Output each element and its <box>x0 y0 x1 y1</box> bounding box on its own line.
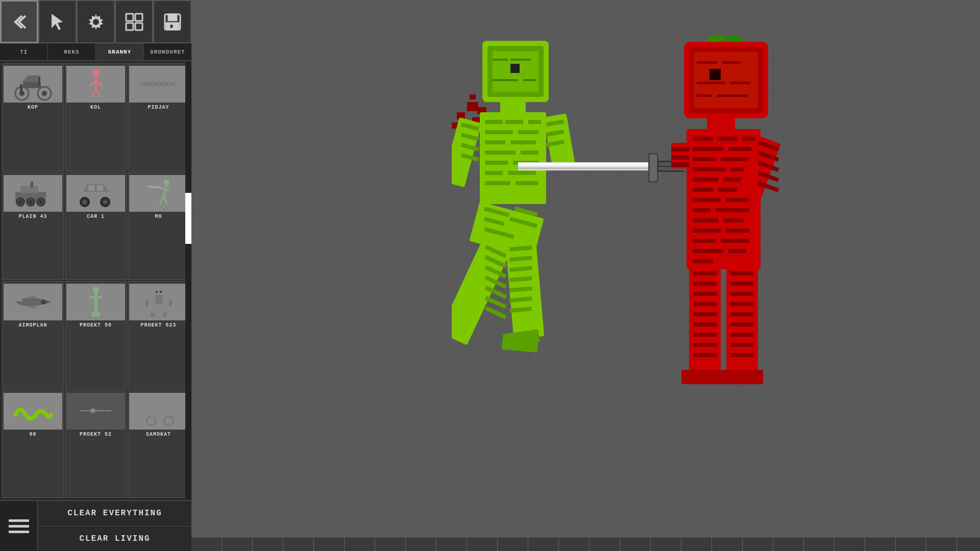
svg-rect-65 <box>92 311 94 317</box>
svg-rect-110 <box>500 101 526 114</box>
timeline-tick <box>375 538 406 551</box>
grid-item-90-thumb <box>4 393 62 430</box>
grid-item-proekt523[interactable]: PROEKT 523 <box>128 281 189 389</box>
bottom-buttons: CLEAR EVERYTHING CLEAR LIVING <box>0 500 191 551</box>
svg-rect-15 <box>23 82 41 88</box>
timeline-tick <box>498 538 528 551</box>
svg-rect-165 <box>650 155 657 181</box>
timeline-tick <box>406 538 436 551</box>
timeline[interactable] <box>191 537 980 551</box>
svg-marker-43 <box>83 184 109 192</box>
clear-buttons: CLEAR EVERYTHING CLEAR LIVING <box>38 501 191 551</box>
svg-rect-181 <box>717 94 748 97</box>
svg-rect-73 <box>169 300 172 306</box>
svg-rect-115 <box>485 130 513 134</box>
svg-rect-188 <box>728 147 751 151</box>
grid-item-proekt52[interactable]: PROEKT 52 <box>65 390 127 498</box>
timeline-tick <box>651 538 681 551</box>
svg-line-51 <box>164 186 166 196</box>
svg-rect-64 <box>90 296 102 298</box>
clear-living-button[interactable]: CLEAR LIVING <box>38 527 191 552</box>
grid-item-proekt523-label: PROEKT 523 <box>140 322 176 329</box>
grid-item-kop[interactable]: KOP <box>2 63 64 171</box>
svg-rect-200 <box>716 208 749 212</box>
grid-item-airoplan-thumb <box>4 284 62 320</box>
svg-rect-77 <box>163 313 167 317</box>
grid-item-90[interactable]: 90 <box>2 390 64 498</box>
svg-point-50 <box>163 180 169 186</box>
timeline-tick <box>345 538 375 551</box>
back-button[interactable] <box>0 0 38 43</box>
cursor-button[interactable] <box>38 0 77 43</box>
item-grid: KOP KOL <box>0 61 191 500</box>
grid-item-car1[interactable]: CAR 1 <box>65 172 127 281</box>
svg-rect-45 <box>97 185 103 191</box>
grid-item-samokat-label: SAMOKAT <box>146 431 171 438</box>
timeline-tick <box>559 538 590 551</box>
grid-item-mo[interactable]: MO <box>128 172 189 281</box>
tab-reks[interactable]: REKS <box>48 43 96 60</box>
svg-rect-109 <box>523 79 536 81</box>
svg-rect-66 <box>97 311 100 317</box>
svg-rect-186 <box>743 137 755 141</box>
left-panel: TI REKS GRANNY DRONDURET KOP <box>0 0 191 551</box>
svg-point-39 <box>19 201 22 204</box>
grid-item-proekt56[interactable]: PROEKT 56 <box>65 281 127 389</box>
grid-item-samokat[interactable]: SAMOKAT <box>128 390 189 498</box>
grid-scrollbar-thumb[interactable] <box>185 193 191 244</box>
svg-rect-190 <box>721 157 749 161</box>
grid-item-proekt52-thumb <box>66 393 125 430</box>
grid-item-car1-thumb <box>66 175 125 212</box>
main-area[interactable] <box>191 0 980 551</box>
timeline-tick <box>712 538 743 551</box>
svg-line-23 <box>91 89 96 97</box>
grid-item-proekt523-thumb <box>129 284 188 320</box>
svg-rect-189 <box>693 157 716 161</box>
tab-granny[interactable]: GRANNY <box>96 43 144 60</box>
svg-line-22 <box>96 81 102 86</box>
svg-rect-8 <box>168 14 177 20</box>
grid-item-airoplan[interactable]: AIROPLAN <box>2 281 64 389</box>
svg-rect-219 <box>693 249 723 253</box>
menu-line-1 <box>9 519 29 522</box>
svg-rect-236 <box>730 292 754 296</box>
svg-line-90 <box>158 408 164 409</box>
save-button[interactable] <box>153 0 191 43</box>
svg-rect-125 <box>485 181 510 185</box>
svg-rect-112 <box>485 120 503 124</box>
grid-item-kol[interactable]: KOL <box>65 63 127 171</box>
svg-rect-235 <box>730 282 754 286</box>
svg-rect-201 <box>693 218 718 222</box>
svg-marker-60 <box>26 306 36 309</box>
svg-point-14 <box>42 91 47 96</box>
svg-rect-10 <box>169 24 174 29</box>
svg-line-74 <box>153 304 157 314</box>
sword <box>518 148 692 189</box>
panels-button[interactable] <box>115 0 153 43</box>
svg-rect-199 <box>693 208 710 212</box>
timeline-tick <box>467 538 498 551</box>
grid-item-90-label: 90 <box>29 431 36 438</box>
tab-dronduret[interactable]: DRONDURET <box>144 43 191 60</box>
timeline-tick <box>222 538 253 551</box>
menu-icon-button[interactable] <box>0 501 38 551</box>
settings-button[interactable] <box>77 0 115 43</box>
clear-everything-button[interactable]: CLEAR EVERYTHING <box>38 501 191 527</box>
grid-scrollbar[interactable] <box>185 61 191 500</box>
svg-rect-220 <box>728 249 746 253</box>
svg-rect-185 <box>717 137 738 141</box>
svg-rect-227 <box>693 312 717 316</box>
svg-rect-193 <box>693 178 718 182</box>
grid-item-airoplan-label: AIROPLAN <box>18 322 47 329</box>
svg-rect-205 <box>671 155 689 160</box>
grid-item-plain43[interactable]: PLAIN 43 <box>2 172 64 281</box>
svg-rect-106 <box>493 59 508 61</box>
grid-item-pidjay[interactable]: PIDJAY <box>128 63 189 171</box>
svg-rect-177 <box>722 61 740 64</box>
grid-item-samokat-thumb <box>129 393 188 430</box>
svg-rect-215 <box>693 229 721 233</box>
svg-rect-184 <box>693 137 713 141</box>
tab-ti[interactable]: TI <box>0 43 48 60</box>
svg-line-55 <box>164 196 167 204</box>
svg-rect-217 <box>693 239 716 243</box>
